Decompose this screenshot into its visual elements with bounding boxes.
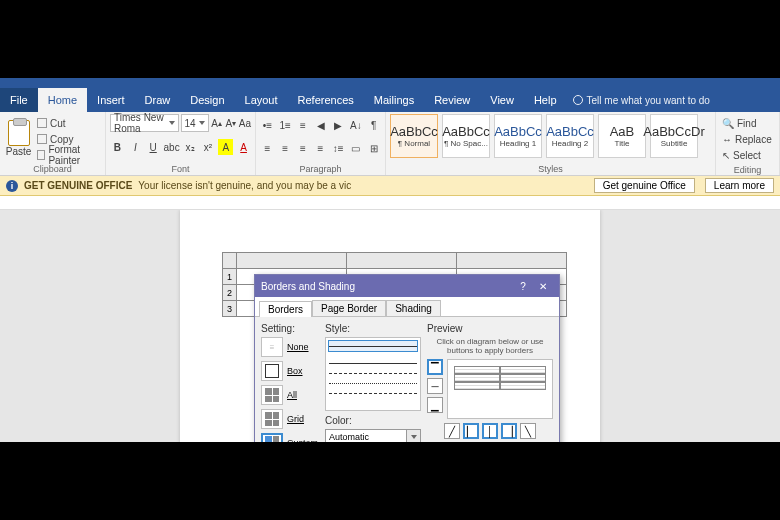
- shrink-font-button[interactable]: A▾: [225, 115, 237, 131]
- border-bottom-button[interactable]: ▁: [427, 397, 443, 413]
- search-icon: 🔍: [722, 118, 734, 129]
- replace-icon: ↔: [722, 134, 732, 145]
- find-button[interactable]: 🔍Find: [722, 116, 772, 130]
- select-button[interactable]: ↖Select: [722, 148, 772, 162]
- scissors-icon: [37, 118, 47, 128]
- ribbon: Paste Cut Copy Format Painter Clipboard …: [0, 112, 780, 176]
- setting-none[interactable]: ≡None: [261, 337, 319, 357]
- preview-label: Preview: [427, 323, 553, 334]
- cut-button[interactable]: Cut: [37, 116, 101, 130]
- border-top-button[interactable]: ▔: [427, 359, 443, 375]
- strike-button[interactable]: abc: [164, 139, 180, 155]
- learn-more-button[interactable]: Learn more: [705, 178, 774, 193]
- tab-review[interactable]: Review: [424, 88, 480, 112]
- subscript-button[interactable]: x₂: [183, 139, 198, 155]
- get-genuine-button[interactable]: Get genuine Office: [594, 178, 695, 193]
- tab-insert[interactable]: Insert: [87, 88, 135, 112]
- border-hmid-button[interactable]: ─: [427, 378, 443, 394]
- tab-mailings[interactable]: Mailings: [364, 88, 424, 112]
- tab-home[interactable]: Home: [38, 88, 87, 112]
- bold-button[interactable]: B: [110, 139, 125, 155]
- bullets-button[interactable]: •≡: [260, 117, 275, 133]
- numbering-button[interactable]: 1≡: [278, 117, 293, 133]
- dec-indent-button[interactable]: ◀: [313, 117, 328, 133]
- tab-draw[interactable]: Draw: [135, 88, 181, 112]
- border-left-button[interactable]: ▏: [463, 423, 479, 439]
- border-vmid-button[interactable]: │: [482, 423, 498, 439]
- font-color-button[interactable]: A: [236, 139, 251, 155]
- replace-button[interactable]: ↔Replace: [722, 132, 772, 146]
- tell-me[interactable]: Tell me what you want to do: [573, 95, 710, 106]
- sort-button[interactable]: A↓: [349, 117, 364, 133]
- brush-icon: [37, 150, 45, 160]
- group-label: Styles: [390, 163, 711, 175]
- tab-page-border[interactable]: Page Border: [312, 300, 386, 316]
- tab-borders[interactable]: Borders: [259, 301, 312, 317]
- shading-button[interactable]: ▭: [349, 140, 364, 156]
- bulb-icon: [573, 95, 583, 105]
- borders-shading-dialog: Borders and Shading ? ✕ Borders Page Bor…: [254, 274, 560, 442]
- style-heading-1[interactable]: AaBbCcHeading 1: [494, 114, 542, 158]
- line-spacing-button[interactable]: ↕≡: [331, 140, 346, 156]
- tab-design[interactable]: Design: [180, 88, 234, 112]
- group-label: Clipboard: [4, 163, 101, 175]
- align-left-button[interactable]: ≡: [260, 140, 275, 156]
- style--normal[interactable]: AaBbCc¶ Normal: [390, 114, 438, 158]
- preview-hint: Click on diagram below or use buttons to…: [427, 337, 553, 355]
- document-area: 1 2 3 Borders and Shading ? ✕ Borders Pa…: [0, 210, 780, 442]
- superscript-button[interactable]: x²: [200, 139, 215, 155]
- tab-layout[interactable]: Layout: [235, 88, 288, 112]
- style-title[interactable]: AaBTitle: [598, 114, 646, 158]
- paste-button[interactable]: Paste: [4, 114, 33, 163]
- tab-file[interactable]: File: [0, 88, 38, 112]
- grow-font-button[interactable]: A▴: [211, 115, 223, 131]
- color-select[interactable]: Automatic: [325, 429, 421, 442]
- tab-help[interactable]: Help: [524, 88, 567, 112]
- tab-shading[interactable]: Shading: [386, 300, 441, 316]
- style-heading-2[interactable]: AaBbCcHeading 2: [546, 114, 594, 158]
- show-marks-button[interactable]: ¶: [366, 117, 381, 133]
- tab-view[interactable]: View: [480, 88, 524, 112]
- style-subtitle[interactable]: AaBbCcDrSubtitle: [650, 114, 698, 158]
- border-diag2-button[interactable]: ╲: [520, 423, 536, 439]
- font-name-select[interactable]: Times New Roma: [110, 114, 179, 132]
- align-center-button[interactable]: ≡: [278, 140, 293, 156]
- border-right-button[interactable]: ▕: [501, 423, 517, 439]
- setting-grid[interactable]: Grid: [261, 409, 319, 429]
- info-icon: i: [6, 180, 18, 192]
- group-label: Font: [110, 163, 251, 175]
- close-button[interactable]: ✕: [533, 281, 553, 292]
- highlight-button[interactable]: A: [218, 139, 233, 155]
- font-size-select[interactable]: 14: [181, 114, 209, 132]
- style-list[interactable]: [325, 337, 421, 411]
- setting-box[interactable]: Box: [261, 361, 319, 381]
- italic-button[interactable]: I: [128, 139, 143, 155]
- style--no-spac-[interactable]: AaBbCc¶ No Spac...: [442, 114, 490, 158]
- change-case-button[interactable]: Aa: [239, 115, 251, 131]
- color-label: Color:: [325, 415, 421, 426]
- menu-bar: File Home Insert Draw Design Layout Refe…: [0, 88, 780, 112]
- message-bar: i GET GENUINE OFFICE Your license isn't …: [0, 176, 780, 196]
- tab-references[interactable]: References: [288, 88, 364, 112]
- multilevel-button[interactable]: ≡: [295, 117, 310, 133]
- format-painter-button[interactable]: Format Painter: [37, 148, 101, 162]
- style-label: Style:: [325, 323, 421, 334]
- ruler[interactable]: [0, 196, 780, 210]
- align-right-button[interactable]: ≡: [295, 140, 310, 156]
- justify-button[interactable]: ≡: [313, 140, 328, 156]
- title-bar: [0, 78, 780, 88]
- help-button[interactable]: ?: [513, 281, 533, 292]
- group-label: Editing: [720, 164, 775, 176]
- setting-custom[interactable]: Custom: [261, 433, 319, 442]
- cursor-icon: ↖: [722, 150, 730, 161]
- preview-diagram[interactable]: [447, 359, 553, 419]
- paste-icon: [8, 120, 30, 146]
- border-diag1-button[interactable]: ╱: [444, 423, 460, 439]
- inc-indent-button[interactable]: ▶: [331, 117, 346, 133]
- dialog-title-bar[interactable]: Borders and Shading ? ✕: [255, 275, 559, 297]
- copy-icon: [37, 134, 47, 144]
- underline-button[interactable]: U: [146, 139, 161, 155]
- group-label: Paragraph: [260, 163, 381, 175]
- borders-button[interactable]: ⊞: [366, 140, 381, 156]
- setting-all[interactable]: All: [261, 385, 319, 405]
